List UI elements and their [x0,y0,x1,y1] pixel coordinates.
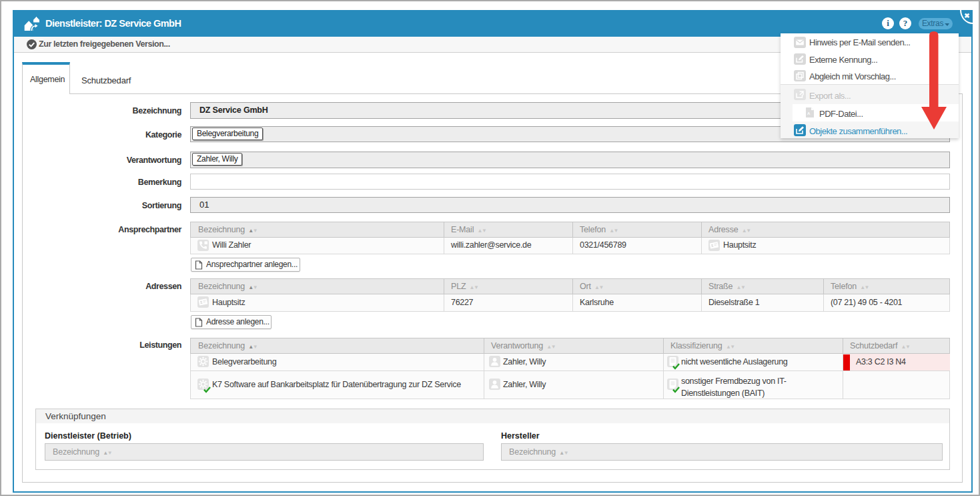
svg-text:A: A [807,111,811,115]
